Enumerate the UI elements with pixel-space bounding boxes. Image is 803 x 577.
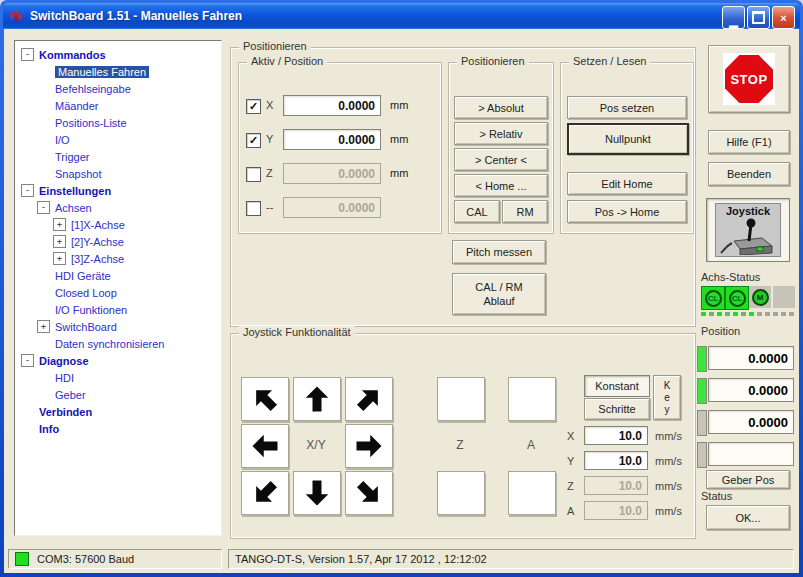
axis-4-checkbox[interactable] [246, 201, 261, 216]
collapse-icon[interactable]: - [21, 354, 34, 367]
tree-item-x-achse[interactable]: +[1]X-Achse [15, 216, 221, 233]
pos-to-home-button[interactable]: Pos -> Home [567, 200, 687, 223]
jog-down-button[interactable] [293, 471, 341, 515]
pitch-messen-button[interactable]: Pitch messen [452, 240, 546, 264]
axis-z-position-field[interactable] [283, 163, 381, 184]
jog-up-left-button[interactable] [241, 377, 289, 421]
edit-home-button[interactable]: Edit Home [567, 172, 687, 195]
tree-item-z-achse[interactable]: +[3]Z-Achse [15, 250, 221, 267]
collapse-icon[interactable]: - [37, 201, 50, 214]
joystick-toggle-button[interactable]: Joystick [706, 198, 790, 262]
tree-item-befehlseingabe[interactable]: Befehlseingabe [15, 80, 221, 97]
tree-item-maeander[interactable]: Mäander [15, 97, 221, 114]
home-button[interactable]: < Home ... [454, 174, 548, 197]
tree-item-achsen[interactable]: -Achsen [15, 199, 221, 216]
axis4-position-display [708, 442, 794, 466]
tree-item-verbinden[interactable]: Verbinden [15, 403, 221, 420]
maximize-button[interactable] [747, 6, 770, 29]
tree-item-manuelles-fahren[interactable]: Manuelles Fahren [15, 63, 221, 80]
speed-a-field[interactable] [584, 501, 648, 520]
speed-a-label: A [567, 505, 574, 517]
tree-item-kommandos[interactable]: -Kommandos [15, 46, 221, 63]
tree-item-io-funktionen[interactable]: I/O Funktionen [15, 301, 221, 318]
speed-x-unit: mm/s [655, 430, 682, 442]
tree-item-hdi-geraete[interactable]: HDI Geräte [15, 267, 221, 284]
expand-icon[interactable]: + [53, 235, 66, 248]
tree-item-einstellungen[interactable]: -Einstellungen [15, 182, 221, 199]
speed-x-field[interactable] [584, 426, 648, 445]
center-button[interactable]: > Center < [454, 148, 548, 171]
tree-item-label: Mäander [55, 100, 98, 112]
stop-button[interactable]: STOP [708, 45, 790, 113]
axis-z-label: Z [266, 167, 273, 179]
axis-4-position-field[interactable] [283, 197, 381, 218]
expand-icon[interactable]: + [53, 252, 66, 265]
axis-4-label: -- [266, 201, 273, 213]
tree-item-label: Closed Loop [55, 287, 117, 299]
relativ-button[interactable]: > Relativ [454, 122, 548, 145]
tree-item-geber[interactable]: Geber [15, 386, 221, 403]
konstant-button[interactable]: Konstant [584, 375, 650, 397]
axis-y-checkbox[interactable] [246, 133, 261, 148]
schritte-button[interactable]: Schritte [584, 398, 650, 420]
geber-pos-button[interactable]: Geber Pos [706, 470, 790, 489]
axis4-active-indicator [697, 442, 707, 468]
collapse-icon[interactable]: - [21, 184, 34, 197]
minimize-button[interactable]: ▂ [722, 6, 745, 29]
beenden-button[interactable]: Beenden [708, 162, 790, 186]
absolut-button[interactable]: > Absolut [454, 96, 548, 119]
tree-item-label: I/O [55, 134, 70, 146]
tree-item-label: Befehlseingabe [55, 83, 131, 95]
tree-item-snapshot[interactable]: Snapshot [15, 165, 221, 182]
jog-up-right-button[interactable] [345, 377, 393, 421]
hilfe-button[interactable]: Hilfe (F1) [708, 130, 790, 154]
jog-z-down-button[interactable] [437, 471, 485, 515]
jog-down-left-button[interactable] [241, 471, 289, 515]
axis1-position-display: 0.0000 [708, 346, 794, 370]
speed-z-label: Z [567, 480, 574, 492]
tree-item-daten-synchronisieren[interactable]: Daten synchronisieren [15, 335, 221, 352]
axis-y-position-field[interactable] [283, 129, 381, 150]
status-ok-button[interactable]: OK... [706, 505, 790, 530]
jog-right-button[interactable] [345, 424, 393, 468]
jog-up-button[interactable] [293, 377, 341, 421]
collapse-icon[interactable]: - [21, 48, 34, 61]
tree-item-positions-liste[interactable]: Positions-Liste [15, 114, 221, 131]
tree-item-y-achse[interactable]: +[2]Y-Achse [15, 233, 221, 250]
tree-item-io[interactable]: I/O [15, 131, 221, 148]
nullpunkt-button[interactable]: Nullpunkt [567, 123, 689, 155]
jog-left-button[interactable] [241, 424, 289, 468]
cal-button[interactable]: CAL [454, 200, 500, 223]
axis3-m-status-icon: M [749, 286, 771, 308]
jog-down-right-button[interactable] [345, 471, 393, 515]
jog-a-down-button[interactable] [508, 471, 556, 515]
axis-x-position-field[interactable] [283, 95, 381, 116]
tree-item-closed-loop[interactable]: Closed Loop [15, 284, 221, 301]
group-title: Aktiv / Position [247, 55, 327, 67]
arrow-up-left-icon [250, 384, 280, 414]
jog-a-up-button[interactable] [508, 377, 556, 421]
rm-button[interactable]: RM [502, 200, 548, 223]
axis-x-checkbox[interactable] [246, 99, 261, 114]
expand-icon[interactable]: + [37, 320, 50, 333]
key-button[interactable]: K e y [653, 375, 681, 420]
axis2-position-display: 0.0000 [708, 378, 794, 402]
axis1-active-indicator [697, 346, 707, 372]
axis-z-unit: mm [390, 167, 408, 179]
close-button[interactable]: × [772, 6, 795, 29]
expand-icon[interactable]: + [53, 218, 66, 231]
tree-item-hdi[interactable]: HDI [15, 369, 221, 386]
tree-item-trigger[interactable]: Trigger [15, 148, 221, 165]
jog-z-up-button[interactable] [437, 377, 485, 421]
tree-item-switchboard[interactable]: +SwitchBoard [15, 318, 221, 335]
axis3-position-display: 0.0000 [708, 410, 794, 434]
tree-item-diagnose[interactable]: -Diagnose [15, 352, 221, 369]
cal-rm-ablauf-button[interactable]: CAL / RM Ablauf [452, 273, 546, 315]
axis-z-checkbox[interactable] [246, 167, 261, 182]
group-title: Positionieren [239, 40, 311, 52]
tree-item-info[interactable]: Info [15, 420, 221, 437]
speed-y-field[interactable] [584, 451, 648, 470]
speed-z-field[interactable] [584, 476, 648, 495]
pos-setzen-button[interactable]: Pos setzen [567, 96, 687, 119]
joystick-image-label: Joystick [726, 205, 770, 217]
